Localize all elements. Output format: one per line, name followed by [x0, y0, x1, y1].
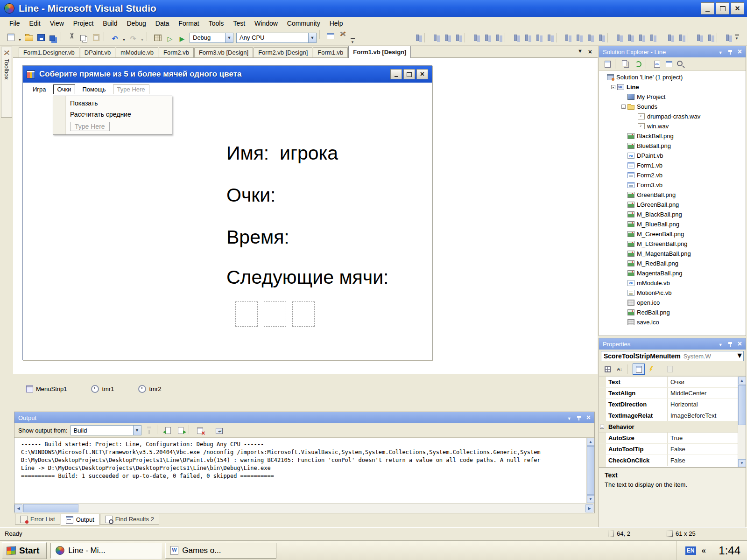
toolbox-tab[interactable]: Toolbox [1, 47, 12, 118]
tool-window-tab[interactable]: Output [61, 514, 99, 525]
taskbar-button[interactable]: Line - Mi... [50, 543, 162, 559]
close-document-icon[interactable]: × [588, 48, 592, 56]
combo-dropdown-icon[interactable]: ▼ [225, 33, 233, 42]
toolbar-icon[interactable] [147, 32, 150, 41]
output-horizontal-scrollbar[interactable]: ◀ ▶ [14, 503, 594, 513]
scroll-down-icon[interactable]: ▼ [738, 459, 746, 467]
layout-toolbar-icon[interactable] [624, 33, 634, 42]
layout-toolbar-icon[interactable] [688, 33, 691, 42]
debug-configuration-combo[interactable]: Debug ▼ [190, 33, 233, 43]
form-menu-item[interactable]: Игра [28, 84, 50, 94]
output-toolbar-icon[interactable] [143, 425, 155, 435]
toolbar-icon[interactable] [319, 30, 323, 39]
layout-toolbar-icon[interactable] [452, 33, 463, 42]
toolbar-icon[interactable] [140, 35, 145, 45]
scrollbar-thumb[interactable] [738, 385, 746, 425]
close-panel-icon[interactable] [738, 48, 742, 56]
toolbar-icon[interactable] [109, 34, 120, 44]
toolbar-icon[interactable] [78, 34, 90, 44]
toolbar-icon[interactable] [176, 34, 188, 44]
tray-component[interactable]: tmr2 [138, 385, 161, 393]
properties-toolbar-icon[interactable] [602, 364, 613, 374]
layout-toolbar-icon[interactable] [664, 33, 675, 42]
properties-toolbar-icon[interactable] [664, 364, 676, 374]
tree-item[interactable]: save.ico [599, 317, 746, 327]
output-vertical-scrollbar[interactable]: ▲ ▼ [586, 438, 594, 503]
property-row[interactable]: TextImageRelat ImageBeforeText [599, 410, 738, 421]
menu-item[interactable]: Test [228, 18, 250, 28]
menu-item[interactable]: Project [69, 18, 99, 28]
solution-explorer-toolbar-icon[interactable] [651, 59, 662, 69]
layout-toolbar-icon[interactable] [613, 33, 623, 42]
properties-scrollbar[interactable]: ▲ ▼ [738, 377, 746, 467]
layout-toolbar-icon[interactable] [481, 33, 492, 42]
tree-expander-icon[interactable]: - [621, 105, 626, 109]
output-toolbar-icon[interactable] [189, 425, 192, 434]
tab-list-dropdown-icon[interactable]: ▼ [578, 48, 583, 56]
close-panel-icon[interactable] [738, 340, 742, 348]
start-button[interactable]: Start [2, 542, 47, 559]
tree-item[interactable]: MotionPic.vb [599, 288, 746, 298]
output-toolbar-icon[interactable] [208, 425, 211, 434]
maximize-button[interactable] [716, 2, 729, 14]
tree-item[interactable]: BlackBall.png [599, 131, 746, 141]
auto-hide-pin-icon[interactable] [728, 342, 733, 347]
tree-item[interactable]: mModule.vb [599, 278, 746, 288]
menu-item[interactable]: Window [250, 18, 282, 28]
tool-window-tab[interactable]: Find Results 2 [100, 514, 159, 525]
toolbar-icon[interactable] [61, 32, 64, 41]
toolbar-icon[interactable] [164, 34, 176, 44]
toolbar-icon[interactable] [325, 31, 336, 41]
layout-toolbar-icon[interactable] [635, 33, 646, 42]
property-value[interactable]: False [667, 455, 738, 466]
output-toolbar-icon[interactable] [175, 425, 187, 435]
layout-toolbar-icon[interactable] [607, 33, 611, 42]
tray-component[interactable]: MenuStrip1 [26, 385, 67, 392]
document-tab[interactable]: Form1.vb [Design] [348, 46, 411, 58]
tree-expander-icon[interactable]: - [611, 85, 615, 89]
tree-item[interactable]: M_RedBall.png [599, 259, 746, 268]
layout-toolbar-icon[interactable] [733, 33, 740, 43]
form-maximize-button[interactable] [403, 69, 415, 79]
tree-item[interactable]: M_BlackBall.png [599, 210, 746, 219]
language-indicator[interactable]: EN [685, 546, 696, 555]
cpu-combo[interactable]: Any CPU ▼ [236, 33, 317, 43]
solution-explorer-toolbar-icon[interactable] [646, 59, 649, 69]
properties-toolbar-icon[interactable] [659, 364, 662, 374]
tree-item[interactable]: BlueBall.png [599, 141, 746, 151]
tray-expand-chevron[interactable]: « [702, 546, 706, 555]
toolbar-icon[interactable] [121, 35, 127, 45]
layout-toolbar-icon[interactable] [424, 33, 428, 42]
window-position-dropdown-icon[interactable] [719, 49, 723, 56]
properties-toolbar-icon[interactable] [646, 364, 657, 374]
close-button[interactable] [731, 2, 744, 14]
toolbar-icon[interactable] [152, 33, 163, 43]
combo-dropdown-icon[interactable]: ▼ [133, 426, 141, 435]
menu-item[interactable]: Edit [25, 18, 45, 28]
layout-toolbar-icon[interactable] [544, 33, 554, 42]
toolbar-icon[interactable] [35, 32, 47, 42]
scroll-down-icon[interactable]: ▼ [587, 495, 595, 503]
property-row[interactable]: AutoToolTip False [599, 444, 738, 455]
tree-item[interactable]: DPaint.vb [599, 151, 746, 161]
layout-toolbar-icon[interactable] [505, 33, 508, 42]
form-dropdown-item[interactable]: Показать [53, 98, 172, 109]
auto-hide-pin-icon[interactable] [728, 49, 733, 55]
window-position-dropdown-icon[interactable] [719, 341, 723, 348]
document-tab[interactable]: DPaint.vb [80, 47, 115, 57]
layout-toolbar-icon[interactable] [521, 33, 532, 42]
layout-toolbar-icon[interactable] [676, 33, 686, 42]
tree-item[interactable]: M_GreenBall.png [599, 229, 746, 239]
tree-item[interactable]: win.wav [599, 121, 746, 131]
scroll-up-icon[interactable]: ▲ [587, 438, 595, 446]
scroll-left-icon[interactable]: ◀ [14, 504, 22, 512]
output-toolbar-icon[interactable] [213, 426, 225, 436]
form-menu-item[interactable]: Помощь [78, 84, 110, 94]
solution-explorer-toolbar-icon[interactable] [633, 59, 644, 69]
tree-item[interactable]: open.ico [599, 298, 746, 308]
taskbar-button[interactable]: Games o... [165, 543, 276, 559]
solution-explorer-toolbar-icon[interactable] [615, 59, 619, 69]
menu-item[interactable]: Debug [122, 18, 151, 28]
property-value[interactable]: Очки [667, 377, 738, 387]
layout-toolbar-icon[interactable] [595, 33, 606, 42]
